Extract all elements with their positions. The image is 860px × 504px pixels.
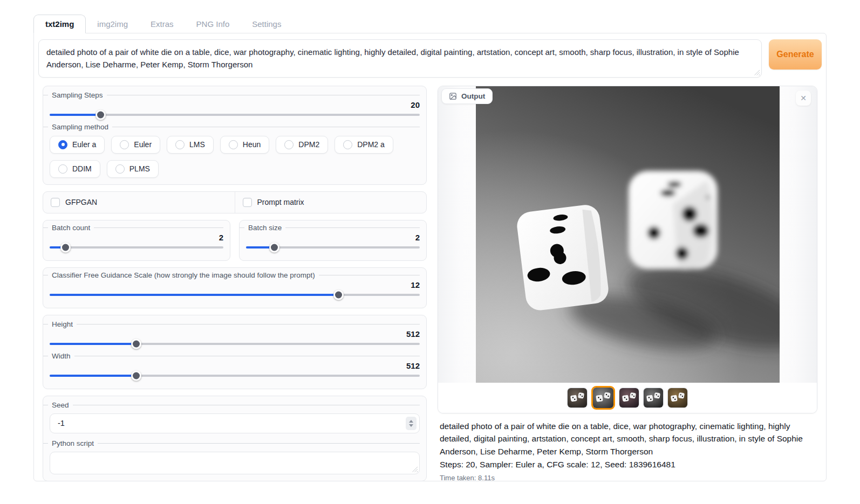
tab-txt2img[interactable]: txt2img: [33, 15, 86, 33]
thumbnail-strip: [438, 383, 817, 413]
radio-icon[interactable]: [343, 140, 352, 149]
width-label: Width: [52, 352, 71, 360]
tab-img2img[interactable]: img2img: [86, 15, 139, 33]
slider-knob[interactable]: [269, 242, 279, 252]
spinner-down-icon[interactable]: [409, 424, 413, 427]
radio-icon[interactable]: [284, 140, 294, 149]
seed-input[interactable]: -1: [50, 413, 420, 433]
radio-option-dpm2-a[interactable]: DPM2 a: [335, 136, 393, 154]
resize-handle-icon[interactable]: [412, 466, 418, 472]
radio-icon[interactable]: [120, 140, 129, 149]
radio-option-euler-a[interactable]: Euler a: [50, 136, 105, 154]
cfg-panel: Classifier Free Guidance Scale (how stro…: [43, 267, 427, 308]
app-container: txt2imgimg2imgExtrasPNG InfoSettings det…: [33, 15, 827, 481]
seed-script-panel: Seed -1: [43, 396, 427, 481]
radio-label: Euler a: [72, 140, 96, 149]
radio-option-heun[interactable]: Heun: [220, 136, 269, 154]
output-card: Output ✕: [438, 86, 817, 413]
gfpgan-checkbox[interactable]: GFPGAN: [43, 192, 235, 213]
seed-label: Seed: [52, 401, 69, 409]
seed-value: -1: [58, 419, 65, 427]
controls-column: Sampling Steps 20 Sampling method: [43, 86, 427, 488]
radio-icon[interactable]: [175, 140, 185, 149]
radio-option-dpm2[interactable]: DPM2: [276, 136, 328, 154]
seed-group: Seed -1: [50, 399, 420, 433]
close-button[interactable]: ✕: [796, 91, 811, 106]
generate-button[interactable]: Generate: [769, 39, 822, 70]
batch-count-value: 2: [50, 233, 223, 242]
resize-handle-icon[interactable]: [754, 70, 760, 75]
slider-knob[interactable]: [333, 289, 344, 300]
app-body: detailed photo of a pair of white die on…: [33, 33, 827, 481]
slider-knob[interactable]: [95, 109, 106, 120]
sampling-steps-group: Sampling Steps 20: [50, 89, 420, 116]
output-header: Output: [441, 88, 493, 104]
image-icon: [449, 92, 457, 100]
height-slider[interactable]: [50, 343, 420, 345]
slider-knob[interactable]: [60, 242, 71, 252]
cfg-value: 12: [50, 280, 420, 289]
output-column: Output ✕: [438, 86, 817, 484]
slider-knob[interactable]: [131, 339, 141, 349]
radio-label: PLMS: [129, 164, 150, 173]
width-slider[interactable]: [50, 375, 420, 377]
height-label: Height: [52, 320, 73, 328]
thumbnail-4[interactable]: [643, 388, 664, 408]
prompt-matrix-label: Prompt matrix: [257, 198, 304, 206]
caption-params: Steps: 20, Sampler: Euler a, CFG scale: …: [440, 458, 815, 471]
thumbnail-1[interactable]: [567, 388, 588, 408]
python-script-input[interactable]: [50, 452, 420, 474]
prompt-matrix-checkbox[interactable]: Prompt matrix: [235, 192, 427, 213]
radio-option-plms[interactable]: PLMS: [107, 160, 159, 178]
prompt-input[interactable]: detailed photo of a pair of white die on…: [38, 39, 762, 78]
radio-label: LMS: [189, 140, 205, 149]
sampling-steps-slider[interactable]: [50, 114, 420, 116]
output-caption: detailed photo of a pair of white die on…: [438, 413, 817, 484]
radio-icon[interactable]: [229, 140, 238, 149]
thumbnail-5[interactable]: [667, 388, 688, 408]
generated-image[interactable]: [438, 86, 817, 383]
sampling-method-label: Sampling method: [52, 123, 108, 131]
width-value: 512: [50, 361, 420, 370]
radio-option-lms[interactable]: LMS: [167, 136, 214, 154]
sampling-steps-label: Sampling Steps: [52, 91, 103, 99]
height-group: Height 512: [50, 319, 420, 345]
batch-count-group: Batch count 2: [43, 220, 230, 261]
number-spinner[interactable]: [406, 417, 417, 430]
page: txt2imgimg2imgExtrasPNG InfoSettings det…: [0, 0, 860, 504]
gfpgan-label: GFPGAN: [65, 198, 97, 206]
batch-size-value: 2: [246, 233, 420, 242]
radio-label: DDIM: [72, 164, 92, 173]
sampling-panel: Sampling Steps 20 Sampling method: [43, 86, 427, 185]
toggles-panel: GFPGAN Prompt matrix: [43, 191, 427, 213]
radio-icon[interactable]: [58, 164, 67, 174]
batch-size-group: Batch size 2: [239, 220, 427, 261]
height-value: 512: [50, 329, 420, 339]
batch-size-slider[interactable]: [246, 246, 420, 248]
dimensions-panel: Height 512 Width 512: [43, 315, 427, 389]
tab-Settings[interactable]: Settings: [241, 15, 292, 33]
tab-bar: txt2imgimg2imgExtrasPNG InfoSettings: [33, 15, 827, 33]
tab-PNG Info[interactable]: PNG Info: [185, 15, 241, 33]
radio-label: DPM2: [298, 140, 319, 149]
output-label: Output: [461, 92, 485, 100]
radio-option-ddim[interactable]: DDIM: [50, 160, 100, 178]
thumbnail-3[interactable]: [619, 388, 639, 408]
batch-count-slider[interactable]: [50, 246, 223, 248]
checkbox-icon[interactable]: [51, 198, 60, 207]
radio-label: Heun: [243, 140, 261, 149]
radio-icon[interactable]: [58, 140, 67, 149]
thumbnail-2[interactable]: [591, 386, 615, 410]
python-script-group: Python script: [50, 438, 420, 474]
sampling-method-options: Euler aEulerLMSHeunDPM2DPM2 aDDIMPLMS: [50, 136, 420, 178]
slider-knob[interactable]: [131, 370, 141, 381]
sampling-steps-value: 20: [50, 100, 420, 109]
radio-option-euler[interactable]: Euler: [111, 136, 160, 154]
cfg-slider[interactable]: [50, 294, 420, 296]
caption-prompt: detailed photo of a pair of white die on…: [440, 420, 815, 458]
prompt-row: detailed photo of a pair of white die on…: [38, 39, 822, 78]
spinner-up-icon[interactable]: [409, 420, 413, 423]
checkbox-icon[interactable]: [243, 198, 252, 207]
tab-Extras[interactable]: Extras: [139, 15, 185, 33]
radio-icon[interactable]: [115, 164, 125, 174]
